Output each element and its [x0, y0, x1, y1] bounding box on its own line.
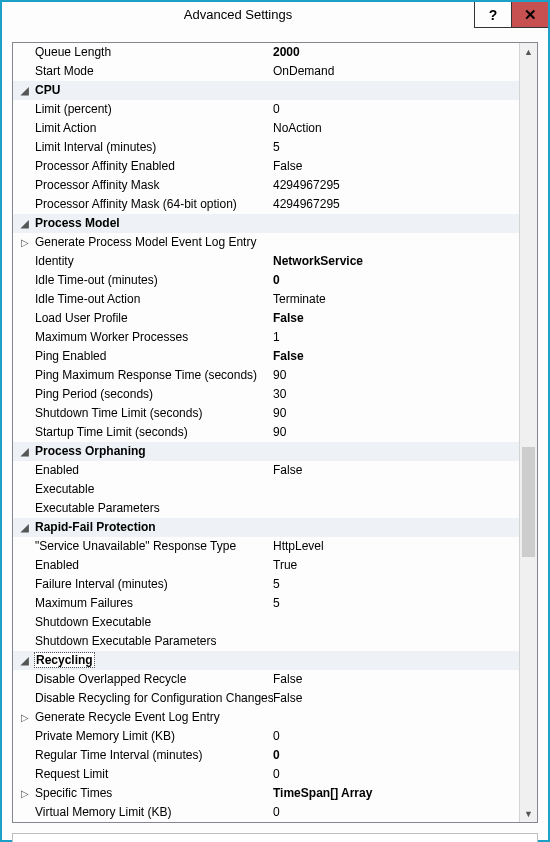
- property-label: Disable Overlapped Recycle: [33, 670, 273, 689]
- property-value[interactable]: 0: [273, 746, 519, 765]
- help-button[interactable]: ?: [474, 2, 511, 28]
- property-row[interactable]: Ping EnabledFalse: [13, 347, 519, 366]
- property-value[interactable]: 90: [273, 423, 519, 442]
- property-row[interactable]: Maximum Worker Processes1: [13, 328, 519, 347]
- property-row[interactable]: Queue Length2000: [13, 43, 519, 62]
- property-grid-rows: Queue Length2000Start ModeOnDemand◢CPULi…: [13, 43, 519, 822]
- property-row[interactable]: Idle Time-out ActionTerminate: [13, 290, 519, 309]
- property-row[interactable]: Private Memory Limit (KB)0: [13, 727, 519, 746]
- property-row[interactable]: Executable: [13, 480, 519, 499]
- property-value[interactable]: 0: [273, 765, 519, 784]
- property-row[interactable]: Limit Interval (minutes)5: [13, 138, 519, 157]
- property-value[interactable]: 5: [273, 594, 519, 613]
- category-header[interactable]: ◢CPU: [13, 81, 519, 100]
- property-row[interactable]: Processor Affinity EnabledFalse: [13, 157, 519, 176]
- property-value[interactable]: 5: [273, 138, 519, 157]
- category-label: CPU: [33, 81, 519, 100]
- property-value[interactable]: NetworkService: [273, 252, 519, 271]
- property-value[interactable]: False: [273, 461, 519, 480]
- property-value[interactable]: False: [273, 670, 519, 689]
- property-value[interactable]: OnDemand: [273, 62, 519, 81]
- property-row[interactable]: Limit (percent)0: [13, 100, 519, 119]
- property-value[interactable]: 4294967295: [273, 176, 519, 195]
- property-row[interactable]: "Service Unavailable" Response TypeHttpL…: [13, 537, 519, 556]
- property-label: "Service Unavailable" Response Type: [33, 537, 273, 556]
- property-value[interactable]: 5: [273, 575, 519, 594]
- property-row[interactable]: Disable Overlapped RecycleFalse: [13, 670, 519, 689]
- property-label: Ping Enabled: [33, 347, 273, 366]
- vertical-scrollbar[interactable]: ▲ ▼: [519, 43, 537, 822]
- expand-toggle-icon[interactable]: ◢: [17, 214, 33, 233]
- property-value[interactable]: 90: [273, 404, 519, 423]
- property-value[interactable]: False: [273, 689, 519, 708]
- property-row[interactable]: Shutdown Executable Parameters: [13, 632, 519, 651]
- property-value[interactable]: False: [273, 347, 519, 366]
- property-value[interactable]: False: [273, 157, 519, 176]
- close-button[interactable]: ✕: [511, 2, 548, 28]
- property-row[interactable]: EnabledTrue: [13, 556, 519, 575]
- scroll-up-button[interactable]: ▲: [520, 43, 537, 60]
- property-row[interactable]: ▷Specific TimesTimeSpan[] Array: [13, 784, 519, 803]
- category-header[interactable]: ◢Process Model: [13, 214, 519, 233]
- property-value[interactable]: Terminate: [273, 290, 519, 309]
- property-label: Maximum Failures: [33, 594, 273, 613]
- property-value[interactable]: 2000: [273, 43, 519, 62]
- property-row[interactable]: Shutdown Time Limit (seconds)90: [13, 404, 519, 423]
- property-row[interactable]: Start ModeOnDemand: [13, 62, 519, 81]
- property-row[interactable]: Ping Maximum Response Time (seconds)90: [13, 366, 519, 385]
- property-row[interactable]: Regular Time Interval (minutes)0: [13, 746, 519, 765]
- expand-toggle-icon[interactable]: ▷: [17, 708, 33, 727]
- property-label: Virtual Memory Limit (KB): [33, 803, 273, 822]
- property-value[interactable]: 90: [273, 366, 519, 385]
- property-label: Maximum Worker Processes: [33, 328, 273, 347]
- property-value[interactable]: 0: [273, 803, 519, 822]
- property-row[interactable]: Idle Time-out (minutes)0: [13, 271, 519, 290]
- property-row[interactable]: ▷Generate Process Model Event Log Entry: [13, 233, 519, 252]
- category-header[interactable]: ◢Process Orphaning: [13, 442, 519, 461]
- property-value[interactable]: True: [273, 556, 519, 575]
- property-label: Enabled: [33, 461, 273, 480]
- description-panel: [12, 833, 538, 842]
- property-row[interactable]: Ping Period (seconds)30: [13, 385, 519, 404]
- property-label: Specific Times: [33, 784, 273, 803]
- property-row[interactable]: Load User ProfileFalse: [13, 309, 519, 328]
- property-value[interactable]: 0: [273, 100, 519, 119]
- category-header[interactable]: ◢Recycling: [13, 651, 519, 670]
- property-row[interactable]: ▷Generate Recycle Event Log Entry: [13, 708, 519, 727]
- property-label: Idle Time-out (minutes): [33, 271, 273, 290]
- property-row[interactable]: Maximum Failures5: [13, 594, 519, 613]
- property-label: Failure Interval (minutes): [33, 575, 273, 594]
- property-row[interactable]: IdentityNetworkService: [13, 252, 519, 271]
- property-row[interactable]: Failure Interval (minutes)5: [13, 575, 519, 594]
- expand-toggle-icon[interactable]: ◢: [17, 442, 33, 461]
- property-value[interactable]: HttpLevel: [273, 537, 519, 556]
- property-row[interactable]: Disable Recycling for Configuration Chan…: [13, 689, 519, 708]
- scroll-down-button[interactable]: ▼: [520, 805, 537, 822]
- property-value[interactable]: 0: [273, 271, 519, 290]
- property-value[interactable]: 0: [273, 727, 519, 746]
- property-row[interactable]: Limit ActionNoAction: [13, 119, 519, 138]
- property-row[interactable]: Virtual Memory Limit (KB)0: [13, 803, 519, 822]
- property-row[interactable]: Processor Affinity Mask (64-bit option)4…: [13, 195, 519, 214]
- property-value[interactable]: NoAction: [273, 119, 519, 138]
- scroll-thumb[interactable]: [522, 447, 535, 557]
- property-value[interactable]: False: [273, 309, 519, 328]
- expand-toggle-icon[interactable]: ▷: [17, 233, 33, 252]
- expand-toggle-icon[interactable]: ◢: [17, 518, 33, 537]
- property-row[interactable]: Executable Parameters: [13, 499, 519, 518]
- property-row[interactable]: Startup Time Limit (seconds)90: [13, 423, 519, 442]
- property-label: Shutdown Executable: [33, 613, 273, 632]
- expand-toggle-icon[interactable]: ◢: [17, 81, 33, 100]
- property-row[interactable]: Shutdown Executable: [13, 613, 519, 632]
- property-value[interactable]: 1: [273, 328, 519, 347]
- property-row[interactable]: Request Limit0: [13, 765, 519, 784]
- property-value[interactable]: 4294967295: [273, 195, 519, 214]
- property-label: Enabled: [33, 556, 273, 575]
- property-row[interactable]: Processor Affinity Mask4294967295: [13, 176, 519, 195]
- property-value[interactable]: TimeSpan[] Array: [273, 784, 519, 803]
- property-row[interactable]: EnabledFalse: [13, 461, 519, 480]
- property-value[interactable]: 30: [273, 385, 519, 404]
- expand-toggle-icon[interactable]: ▷: [17, 784, 33, 803]
- expand-toggle-icon[interactable]: ◢: [17, 651, 33, 670]
- category-header[interactable]: ◢Rapid-Fail Protection: [13, 518, 519, 537]
